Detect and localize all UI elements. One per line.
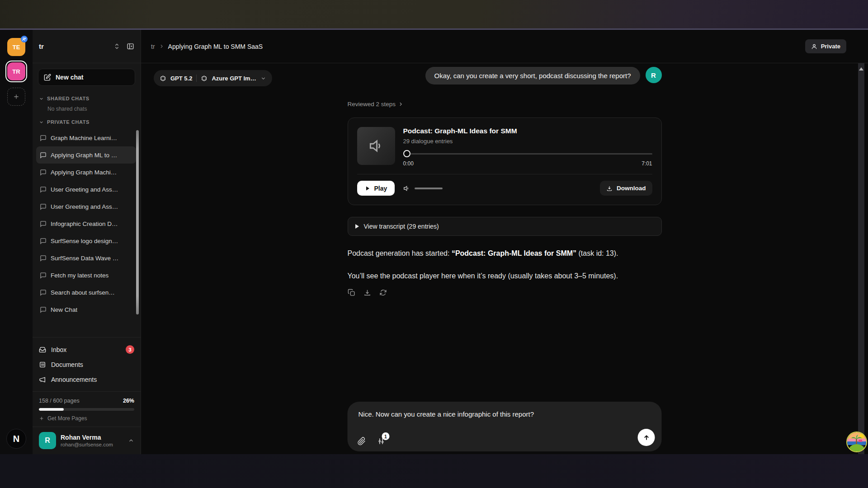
chat-item-label: Fetch my latest notes — [51, 272, 108, 279]
chat-bubble-icon — [40, 186, 47, 193]
chat-item[interactable]: User Greeting and Ass… — [36, 181, 136, 198]
add-workspace-button[interactable] — [7, 88, 25, 106]
main-panel: tr Applying Graph ML to SMM SaaS Private… — [141, 30, 868, 454]
sidebar-item-announcements[interactable]: Announcements — [39, 372, 134, 387]
openai-icon — [201, 75, 208, 82]
pages-percent: 26% — [123, 398, 134, 404]
connectors-count-badge: 1 — [382, 432, 390, 440]
scroll-up-arrow[interactable] — [859, 67, 863, 70]
composer[interactable]: Nice. Now can you create a nice infograp… — [348, 402, 662, 451]
plus-icon — [13, 93, 20, 100]
chat-item[interactable]: SurfSense Data Wave … — [36, 249, 136, 267]
volume-slider[interactable] — [415, 188, 443, 189]
sidebar-scrollbar-thumb[interactable] — [136, 130, 139, 314]
chat-item[interactable]: User Greeting and Ass… — [36, 198, 136, 215]
download-message-icon[interactable] — [363, 289, 371, 296]
podcast-subtitle: 29 dialogue entries — [403, 138, 652, 145]
reviewed-steps-toggle[interactable]: Reviewed 2 steps — [348, 101, 662, 108]
app-window: TE TR N tr — [0, 30, 868, 454]
chat-item-label: Applying Graph ML to … — [51, 152, 117, 159]
divider — [357, 174, 652, 174]
chat-item[interactable]: Infographic Creation D… — [36, 215, 136, 232]
chat-item-label: Applying Graph Machi… — [51, 169, 117, 176]
main-header: tr Applying Graph ML to SMM SaaS Private — [141, 30, 868, 63]
workspace-avatar-te[interactable]: TE — [7, 38, 25, 56]
workspace-te-label: TE — [13, 44, 20, 51]
sidebar-item-inbox[interactable]: Inbox 3 — [39, 342, 134, 357]
collapse-sidebar-icon[interactable] — [127, 42, 134, 50]
chat-item-label: Search about surfsen… — [51, 289, 115, 296]
shared-chats-label: SHARED CHATS — [47, 96, 90, 101]
private-chats-label: PRIVATE CHATS — [47, 119, 90, 125]
brand-logo[interactable]: N — [6, 429, 26, 449]
chat-item-label: User Greeting and Ass… — [51, 186, 118, 193]
podcast-seek-slider[interactable] — [403, 150, 652, 157]
divider — [196, 75, 197, 82]
connectors-button[interactable]: 1 — [377, 437, 386, 446]
attach-file-button[interactable] — [358, 437, 366, 446]
island-widget[interactable] — [846, 432, 867, 452]
model-selector[interactable]: GPT 5.2 Azure GPT Im… — [154, 70, 272, 86]
chat-item[interactable]: Fetch my latest notes — [36, 267, 136, 284]
workspace-switcher-icon[interactable] — [113, 43, 120, 50]
get-more-pages-button[interactable]: Get More Pages — [39, 415, 134, 422]
play-button[interactable]: Play — [357, 181, 395, 196]
pages-progress-bar — [39, 408, 134, 411]
view-transcript-label: View transcript (29 entries) — [364, 223, 439, 230]
model-primary-label: GPT 5.2 — [170, 75, 192, 82]
send-button[interactable] — [638, 429, 655, 446]
speaker-icon — [368, 137, 385, 155]
view-transcript-toggle[interactable]: View transcript (29 entries) — [348, 217, 662, 236]
workspace-te-notification-icon — [21, 36, 28, 42]
seek-slider-knob[interactable] — [403, 150, 410, 157]
sidebar-item-documents[interactable]: Documents — [39, 357, 134, 372]
chat-bubble-icon — [40, 152, 47, 159]
chat-item-label: User Greeting and Ass… — [51, 203, 118, 210]
volume-icon[interactable] — [403, 185, 410, 192]
privacy-button[interactable]: Private — [805, 39, 846, 53]
chevron-down-icon — [260, 75, 266, 81]
palm-island-icon — [847, 432, 866, 451]
workspace-avatar-tr[interactable]: TR — [7, 62, 25, 80]
composer-input[interactable]: Nice. Now can you create a nice infograp… — [348, 402, 662, 418]
user-email: rohan@surfsense.com — [61, 442, 113, 447]
megaphone-icon — [39, 376, 46, 383]
chat-item[interactable]: New Chat — [36, 301, 136, 318]
model-secondary-label: Azure GPT Im… — [212, 75, 256, 82]
chat-bubble-icon — [40, 306, 47, 313]
chat-item-label: Infographic Creation D… — [51, 221, 118, 227]
status-text: Podcast generation has started: — [348, 249, 452, 257]
chat-item[interactable]: SurfSense logo design… — [36, 232, 136, 249]
chat-bubble-icon — [40, 203, 47, 210]
chat-bubble-icon — [40, 289, 47, 296]
shared-chats-section-toggle[interactable]: SHARED CHATS — [39, 96, 134, 101]
breadcrumb-root[interactable]: tr — [151, 43, 155, 50]
chat-item-active[interactable]: Applying Graph ML to … — [36, 146, 136, 164]
main-scrollbar[interactable] — [858, 63, 864, 454]
chevron-down-icon — [39, 120, 44, 125]
chat-item[interactable]: Graph Machine Learni… — [36, 129, 136, 146]
new-chat-button[interactable]: New chat — [38, 69, 135, 86]
announcements-label: Announcements — [51, 376, 97, 383]
documents-icon — [39, 361, 46, 368]
download-button[interactable]: Download — [600, 181, 652, 196]
copy-icon[interactable] — [348, 289, 355, 296]
chat-item[interactable]: Search about surfsen… — [36, 284, 136, 301]
person-icon — [811, 43, 817, 50]
chat-item[interactable]: Applying Graph Machi… — [36, 164, 136, 181]
privacy-label: Private — [821, 43, 840, 50]
chat-bubble-icon — [40, 255, 47, 262]
chevron-right-icon — [398, 101, 404, 107]
podcast-title: Podcast: Graph-ML Ideas for SMM — [403, 127, 652, 135]
reviewed-steps-label: Reviewed 2 steps — [348, 101, 396, 108]
private-chats-section-toggle[interactable]: PRIVATE CHATS — [39, 119, 134, 125]
podcast-player-card: Podcast: Graph-ML Ideas for SMM 29 dialo… — [348, 117, 662, 205]
status-podcast-name: “Podcast: Graph-ML Ideas for SMM” — [452, 249, 576, 257]
user-profile-menu[interactable]: R Rohan Verma rohan@surfsense.com — [33, 427, 141, 454]
status-text: (task id: 13). — [576, 249, 618, 257]
chat-bubble-icon — [40, 238, 47, 244]
play-label: Play — [374, 185, 387, 192]
sidebar-nav: Inbox 3 Documents Announcements — [33, 338, 141, 391]
seek-slider-track[interactable] — [410, 153, 652, 155]
regenerate-icon[interactable] — [379, 289, 387, 296]
